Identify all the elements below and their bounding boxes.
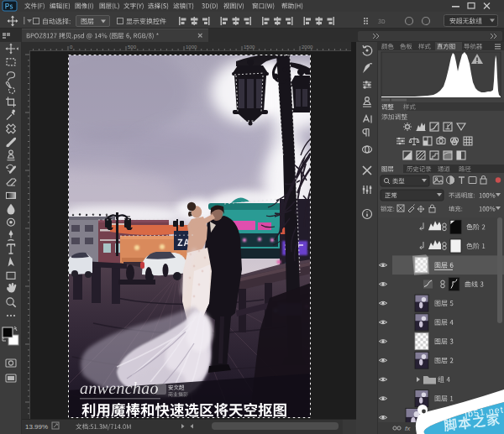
- svg-text:13.99%: 13.99%: [25, 423, 48, 431]
- svg-text:1000: 1000: [186, 44, 197, 50]
- svg-text:2000: 2000: [302, 44, 313, 50]
- svg-text:500: 500: [128, 44, 137, 50]
- svg-text:1500: 1500: [244, 44, 255, 50]
